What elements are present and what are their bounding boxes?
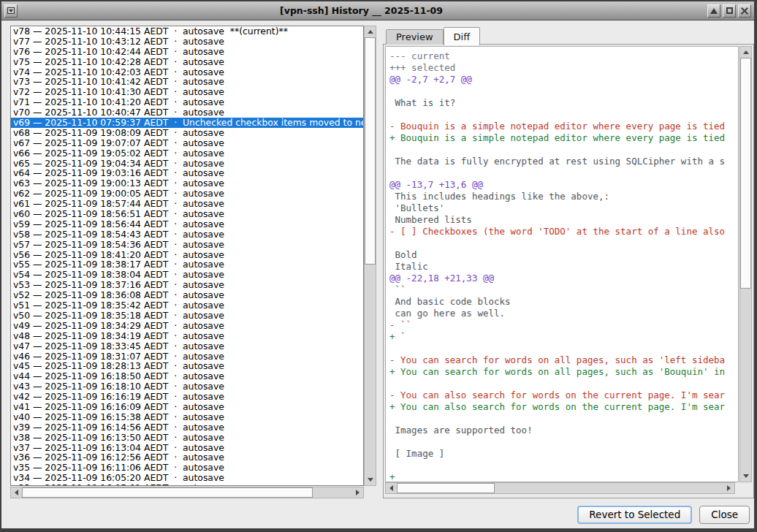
version-list-item[interactable]: v76 — 2025-11-10 10:42:44 AEDT · autosav… [11, 47, 363, 57]
diff-line-ctx [389, 167, 738, 179]
version-list-item[interactable]: v69 — 2025-11-10 07:59:37 AEDT · Uncheck… [11, 118, 363, 128]
list-hscroll-thumb[interactable] [22, 487, 313, 498]
version-list-item[interactable]: v61 — 2025-11-09 18:57:44 AEDT · autosav… [11, 199, 363, 209]
version-listbox[interactable]: v78 — 2025-11-10 10:44:15 AEDT · autosav… [10, 26, 364, 486]
diff-scroll-up-button[interactable] [740, 47, 751, 58]
version-list-item[interactable]: v49 — 2025-11-09 18:34:29 AEDT · autosav… [11, 321, 363, 331]
version-list-item[interactable]: v70 — 2025-11-10 10:40:47 AEDT · autosav… [11, 107, 363, 118]
right-arrow-icon [356, 490, 360, 495]
diff-line-add: + You can also search for words on the c… [389, 401, 738, 413]
version-list-item[interactable]: v45 — 2025-11-09 18:28:13 AEDT · autosav… [11, 361, 363, 371]
maximize-icon [726, 7, 733, 14]
version-list-item[interactable]: v77 — 2025-11-10 10:43:12 AEDT · autosav… [11, 37, 363, 47]
list-scroll-down-button[interactable] [365, 474, 376, 485]
diff-text-area[interactable]: --- current+++ selected@@ -2,7 +2,7 @@ W… [385, 46, 739, 482]
version-list-item[interactable]: v68 — 2025-11-09 19:08:09 AEDT · autosav… [11, 128, 363, 138]
diff-line-ctx: Italic [389, 261, 738, 273]
version-list-item[interactable]: v37 — 2025-11-09 16:13:04 AEDT · autosav… [11, 443, 363, 453]
version-list-item[interactable]: v41 — 2025-11-09 16:16:09 AEDT · autosav… [11, 402, 363, 412]
version-list-item[interactable]: v47 — 2025-11-09 18:33:45 AEDT · autosav… [11, 341, 363, 352]
titlebar[interactable]: [vpn-ssh] History __ 2025-11-09 [1, 1, 754, 20]
version-list-item[interactable]: v34 — 2025-11-09 16:05:20 AEDT · autosav… [11, 473, 363, 483]
window-title: [vpn-ssh] History __ 2025-11-09 [18, 5, 705, 16]
version-list-item[interactable]: v51 — 2025-11-09 18:35:42 AEDT · autosav… [11, 300, 363, 311]
list-scroll-right-button[interactable] [352, 487, 363, 498]
diff-horizontal-scrollbar[interactable] [385, 482, 735, 494]
diff-vscroll-track[interactable] [740, 58, 751, 471]
shade-button[interactable] [707, 4, 720, 18]
diff-scroll-left-button[interactable] [386, 483, 397, 493]
diff-line-ctx: And basic code blocks [389, 296, 738, 308]
list-hscroll-track[interactable] [22, 487, 352, 498]
version-list-item[interactable]: v35 — 2025-11-09 16:11:06 AEDT · autosav… [11, 463, 363, 473]
version-list-item[interactable]: v56 — 2025-11-09 18:41:20 AEDT · autosav… [11, 250, 363, 260]
version-list-item[interactable]: v52 — 2025-11-09 18:36:08 AEDT · autosav… [11, 290, 363, 300]
list-scroll-left-button[interactable] [11, 487, 22, 498]
version-list-item[interactable]: v72 — 2025-11-10 10:41:30 AEDT · autosav… [11, 87, 363, 97]
version-list-item[interactable]: v43 — 2025-11-09 16:18:10 AEDT · autosav… [11, 381, 363, 392]
diff-line-ctx [389, 238, 738, 249]
version-list-item[interactable]: v75 — 2025-11-10 10:42:28 AEDT · autosav… [11, 57, 363, 67]
version-list-item[interactable]: v71 — 2025-11-10 10:41:20 AEDT · autosav… [11, 97, 363, 107]
version-list-item[interactable]: v54 — 2025-11-09 18:38:04 AEDT · autosav… [11, 270, 363, 280]
version-list-item[interactable]: v46 — 2025-11-09 18:31:07 AEDT · autosav… [11, 352, 363, 362]
version-list-item[interactable]: v57 — 2025-11-09 18:54:36 AEDT · autosav… [11, 240, 363, 250]
left-arrow-icon [15, 490, 18, 495]
version-list-item[interactable]: v64 — 2025-11-09 19:03:16 AEDT · autosav… [11, 168, 363, 178]
down-arrow-icon [368, 478, 373, 482]
up-arrow-icon [368, 30, 373, 34]
version-list-item[interactable]: v33 — 2025-11-09 16:05:01 AEDT · autosav… [11, 483, 363, 486]
maximize-button[interactable] [723, 4, 736, 18]
diff-line-ctx [389, 86, 738, 97]
right-arrow-icon [727, 485, 731, 491]
window-menu-button[interactable] [4, 4, 18, 18]
version-list-item[interactable]: v36 — 2025-11-09 16:12:56 AEDT · autosav… [11, 452, 363, 463]
version-list-item[interactable]: v67 — 2025-11-09 19:07:07 AEDT · autosav… [11, 138, 363, 148]
version-list-item[interactable]: v60 — 2025-11-09 18:56:51 AEDT · autosav… [11, 209, 363, 219]
diff-line-ctx: 'Bullets' [389, 202, 738, 214]
version-list-item[interactable]: v53 — 2025-11-09 18:37:16 AEDT · autosav… [11, 280, 363, 290]
version-list-item[interactable]: v40 — 2025-11-09 16:15:38 AEDT · autosav… [11, 412, 363, 422]
revert-to-selected-button[interactable]: Revert to Selected [577, 506, 692, 524]
tab-preview[interactable]: Preview [386, 29, 444, 45]
tab-diff[interactable]: Diff [444, 27, 481, 45]
close-window-button[interactable] [738, 4, 751, 18]
diff-hscroll-track[interactable] [397, 483, 723, 493]
diff-line-del: - [ ] Checkboxes (the word 'TODO' at the… [389, 226, 738, 238]
diff-line-add: + You can search for words on all pages,… [389, 366, 738, 378]
diff-hscroll-thumb[interactable] [397, 483, 495, 493]
version-list-item[interactable]: v38 — 2025-11-09 16:13:50 AEDT · autosav… [11, 433, 363, 443]
version-list-item[interactable]: v55 — 2025-11-09 18:38:17 AEDT · autosav… [11, 259, 363, 270]
diff-line-ctx [389, 460, 738, 471]
diff-line-hunk: @@ -2,7 +2,7 @@ [389, 74, 738, 86]
version-list-item[interactable]: v44 — 2025-11-09 16:18:50 AEDT · autosav… [11, 371, 363, 381]
diff-vscroll-thumb[interactable] [740, 58, 751, 289]
left-arrow-icon [389, 485, 393, 491]
diff-scroll-down-button[interactable] [740, 471, 751, 482]
close-button[interactable]: Close [699, 506, 750, 524]
version-list-item[interactable]: v59 — 2025-11-09 18:56:44 AEDT · autosav… [11, 219, 363, 229]
version-list-item[interactable]: v66 — 2025-11-09 19:05:02 AEDT · autosav… [11, 148, 363, 159]
list-vscroll-track[interactable] [365, 37, 376, 474]
version-list-item[interactable]: v78 — 2025-11-10 10:44:15 AEDT · autosav… [11, 26, 363, 37]
version-list-item[interactable]: v65 — 2025-11-09 19:04:34 AEDT · autosav… [11, 159, 363, 169]
list-horizontal-scrollbar[interactable] [10, 487, 364, 498]
version-list-item[interactable]: v62 — 2025-11-09 19:00:05 AEDT · autosav… [11, 189, 363, 199]
diff-line-ctx: The data is fully encrypted at rest usin… [389, 156, 738, 167]
version-list-item[interactable]: v39 — 2025-11-09 16:14:56 AEDT · autosav… [11, 422, 363, 433]
diff-vertical-scrollbar[interactable] [739, 46, 752, 482]
version-list-item[interactable]: v42 — 2025-11-09 16:16:19 AEDT · autosav… [11, 392, 363, 402]
diff-panel: --- current+++ selected@@ -2,7 +2,7 @@ W… [383, 44, 754, 498]
diff-line-meta: +++ selected [389, 62, 738, 74]
diff-scroll-right-button[interactable] [723, 483, 734, 493]
version-list-item[interactable]: v48 — 2025-11-09 18:34:19 AEDT · autosav… [11, 331, 363, 341]
list-scroll-up-button[interactable] [365, 26, 376, 37]
version-list-item[interactable]: v73 — 2025-11-10 10:41:42 AEDT · autosav… [11, 77, 363, 87]
diff-line-hunk: @@ -22,18 +21,33 @@ [389, 273, 738, 284]
list-vertical-scrollbar[interactable] [364, 26, 376, 486]
version-list-item[interactable]: v63 — 2025-11-09 19:00:13 AEDT · autosav… [11, 178, 363, 189]
version-list-item[interactable]: v58 — 2025-11-09 18:54:43 AEDT · autosav… [11, 229, 363, 240]
version-list-item[interactable]: v50 — 2025-11-09 18:35:18 AEDT · autosav… [11, 311, 363, 321]
list-vscroll-thumb[interactable] [365, 37, 376, 265]
version-list-item[interactable]: v74 — 2025-11-10 10:42:03 AEDT · autosav… [11, 67, 363, 77]
